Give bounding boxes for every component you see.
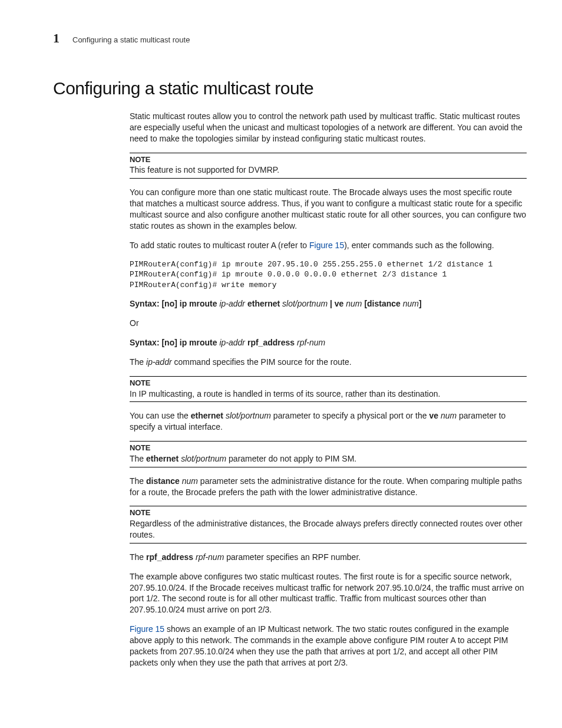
paragraph: You can configure more than one static m… — [130, 187, 527, 232]
note-block: NOTE Regardless of the administrative di… — [130, 506, 527, 543]
paragraph: Or — [130, 318, 527, 329]
running-header: 1 Configuring a static multicast route — [53, 29, 527, 47]
paragraph: The rpf_address rpf-num parameter specif… — [130, 552, 527, 563]
note-text: Regardless of the administrative distanc… — [130, 518, 527, 541]
note-label: NOTE — [130, 508, 527, 518]
note-label: NOTE — [130, 154, 527, 165]
note-text: The ethernet slot/portnum parameter do n… — [130, 453, 527, 465]
paragraph: You can use the ethernet slot/portnum pa… — [130, 410, 527, 433]
note-block: NOTE This feature is not supported for D… — [130, 153, 527, 179]
paragraph: Static multicast routes allow you to con… — [130, 111, 527, 144]
paragraph: Figure 15 shows an example of an IP Mult… — [130, 624, 527, 668]
syntax-line: Syntax: [no] ip mroute ip-addr rpf_addre… — [130, 337, 527, 348]
syntax-line: Syntax: [no] ip mroute ip-addr ethernet … — [130, 298, 527, 309]
page: 1 Configuring a static multicast route C… — [0, 0, 562, 728]
code-block: PIMRouterA(config)# ip mroute 207.95.10.… — [130, 259, 527, 291]
paragraph: To add static routes to multicast router… — [130, 240, 527, 251]
paragraph: The ip-addr command specifies the PIM so… — [130, 357, 527, 368]
note-text: This feature is not supported for DVMRP. — [130, 164, 527, 176]
chapter-number: 1 — [53, 29, 59, 47]
paragraph: The distance num parameter sets the admi… — [130, 476, 527, 498]
running-title: Configuring a static multicast route — [72, 35, 190, 45]
note-text: In IP multicasting, a route is handled i… — [130, 388, 527, 400]
note-block: NOTE In IP multicasting, a route is hand… — [130, 376, 527, 402]
body: Static multicast routes allow you to con… — [130, 111, 527, 668]
note-block: NOTE The ethernet slot/portnum parameter… — [130, 441, 527, 467]
page-title: Configuring a static multicast route — [53, 77, 527, 101]
note-label: NOTE — [130, 378, 527, 388]
figure-link[interactable]: Figure 15 — [130, 624, 164, 634]
figure-link[interactable]: Figure 15 — [309, 241, 344, 250]
note-label: NOTE — [130, 443, 527, 453]
paragraph: The example above configures two static … — [130, 571, 527, 616]
